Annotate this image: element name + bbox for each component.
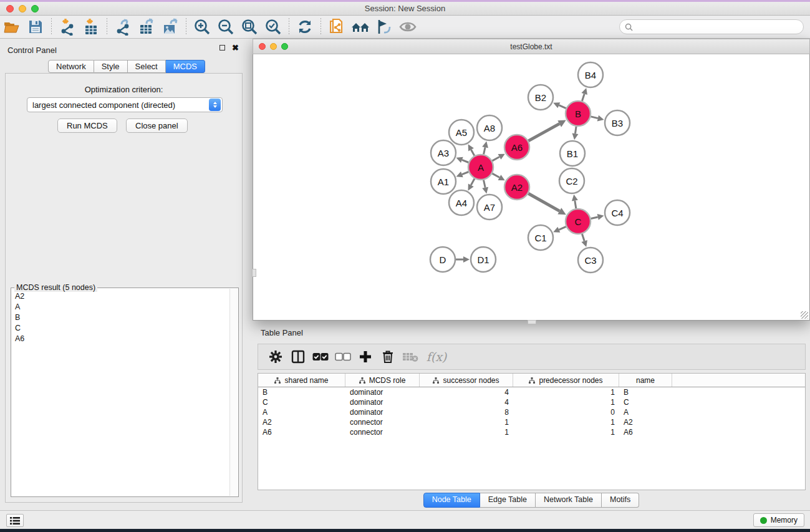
import-table-button[interactable]	[79, 16, 103, 37]
table-row[interactable]: A2connector11A2	[258, 417, 805, 427]
tab-mcds[interactable]: MCDS	[166, 60, 205, 73]
table-panel-tabs: Node TableEdge TableNetwork TableMotifs	[253, 493, 810, 508]
table-row[interactable]: Cdominator41C	[258, 397, 805, 407]
tab-motifs[interactable]: Motifs	[602, 493, 639, 508]
save-session-button[interactable]	[24, 16, 47, 37]
edge-B-B3[interactable]	[591, 117, 597, 118]
criterion-dropdown[interactable]: largest connected component (directed)	[27, 97, 223, 112]
arrowhead	[597, 214, 604, 220]
edge-C-C2[interactable]	[575, 201, 576, 209]
save-icon	[27, 19, 44, 35]
table-cell: dominator	[345, 408, 420, 417]
zoom-in-button[interactable]	[190, 16, 214, 37]
search-field[interactable]	[619, 19, 804, 34]
tab-style[interactable]: Style	[94, 60, 128, 73]
search-input[interactable]	[636, 22, 798, 31]
app-title: Session: New Session	[0, 4, 810, 13]
column-header-predecessor-nodes[interactable]: predecessor nodes	[513, 374, 619, 387]
export-network-button[interactable]	[111, 16, 135, 37]
column-header-empty[interactable]	[672, 374, 805, 387]
status-bar: Memory	[0, 510, 810, 529]
zoom-fit-button[interactable]	[238, 16, 261, 37]
open-file-button[interactable]	[0, 16, 24, 37]
tab-network-table[interactable]: Network Table	[536, 493, 602, 508]
mcds-result-item[interactable]: A6	[12, 333, 229, 344]
table-cell: 4	[420, 398, 513, 407]
home-layout-button[interactable]	[349, 16, 372, 37]
edge-A-A6[interactable]	[492, 157, 499, 160]
edge-A-A4[interactable]	[471, 178, 475, 185]
edge-A6-B[interactable]	[528, 123, 559, 140]
eye-icon	[398, 19, 417, 34]
delete-column-button[interactable]	[377, 346, 399, 368]
edge-C-C3[interactable]	[582, 234, 584, 241]
select-all-columns-button[interactable]	[309, 346, 332, 368]
graph-node-label: A8	[484, 123, 495, 133]
control-panel-title: Control Panel	[7, 46, 57, 55]
table-panel-title: Table Panel	[261, 328, 303, 337]
run-mcds-button[interactable]: Run MCDS	[57, 118, 117, 133]
memory-button[interactable]: Memory	[753, 513, 804, 527]
tab-network[interactable]: Network	[48, 60, 94, 73]
zoom-selected-button[interactable]	[261, 16, 285, 37]
edge-A-A5[interactable]	[471, 150, 474, 156]
hide-selected-button[interactable]	[372, 16, 396, 37]
mcds-result-item[interactable]: A2	[12, 291, 229, 301]
window-resize-grip[interactable]	[801, 311, 808, 319]
mcds-list-scrollbar[interactable]	[229, 289, 238, 496]
mcds-result-list[interactable]: A2ABCA6	[12, 291, 229, 496]
edge-B-B1[interactable]	[575, 127, 576, 134]
mcds-result-item[interactable]: A	[12, 301, 229, 312]
show-column-panel-button[interactable]	[287, 346, 309, 368]
show-all-button[interactable]	[396, 16, 420, 37]
table-row[interactable]: Adominator80A	[258, 407, 805, 417]
refresh-button[interactable]	[293, 16, 317, 37]
column-header-name[interactable]: name	[619, 374, 672, 387]
column-header-shared-name[interactable]: shared name	[258, 374, 345, 387]
create-column-button[interactable]	[354, 346, 377, 368]
status-list-button[interactable]	[6, 514, 24, 527]
delete-table-button[interactable]	[399, 346, 422, 368]
table-cell: C	[258, 398, 345, 407]
close-panel-button[interactable]: Close panel	[126, 118, 188, 133]
table-row[interactable]: A6connector11A6	[258, 427, 805, 437]
tab-select[interactable]: Select	[128, 60, 166, 73]
export-table-button[interactable]	[135, 16, 158, 37]
edge-B-B2[interactable]	[559, 105, 566, 109]
edge-A2-C[interactable]	[528, 193, 559, 211]
function-builder-button[interactable]: f(x)	[422, 346, 451, 368]
mcds-result-item[interactable]: B	[12, 312, 229, 322]
network-canvas[interactable]: B4B2BB3A8A5A6A3B1AC2A1A2A4A7C4CC1DD1C3	[253, 54, 810, 321]
graph-node-label: A4	[456, 198, 467, 208]
table-settings-button[interactable]	[264, 346, 287, 368]
tab-node-table[interactable]: Node Table	[423, 493, 480, 508]
close-panel-icon[interactable]: ✖	[232, 45, 239, 51]
tab-edge-table[interactable]: Edge Table	[480, 493, 536, 508]
node-table-body: Bdominator41BCdominator41CAdominator80AA…	[258, 387, 805, 437]
mcds-result-item[interactable]: C	[12, 322, 229, 333]
splitter-handle-vertical[interactable]	[252, 269, 256, 277]
import-network-button[interactable]	[55, 16, 79, 37]
edge-B-B4[interactable]	[582, 94, 584, 101]
edge-A-A7[interactable]	[483, 180, 485, 188]
edge-A-A1[interactable]	[462, 172, 469, 175]
float-panel-icon[interactable]	[219, 45, 225, 51]
column-header-MCDS-role[interactable]: MCDS role	[345, 374, 420, 387]
network-window-titlebar[interactable]: testGlobe.txt	[253, 39, 810, 54]
splitter-handle-horizontal[interactable]	[528, 320, 536, 324]
edge-A-A3[interactable]	[462, 160, 469, 162]
main-toolbar	[0, 16, 810, 39]
edge-C-C1[interactable]	[559, 226, 566, 230]
duplicate-network-button[interactable]	[325, 16, 349, 37]
zoom-out-button[interactable]	[214, 16, 238, 37]
edge-C-C4[interactable]	[591, 217, 597, 219]
column-header-successor-nodes[interactable]: successor nodes	[420, 374, 513, 387]
edge-A-A8[interactable]	[484, 147, 486, 154]
table-cell: 1	[420, 428, 513, 437]
table-row[interactable]: Bdominator41B	[258, 387, 805, 397]
graph-node-label: D	[440, 254, 446, 265]
edge-A-A2[interactable]	[492, 173, 499, 177]
import-network-icon	[59, 18, 76, 36]
unselect-all-columns-button[interactable]	[332, 346, 354, 368]
export-image-button[interactable]	[158, 16, 182, 37]
